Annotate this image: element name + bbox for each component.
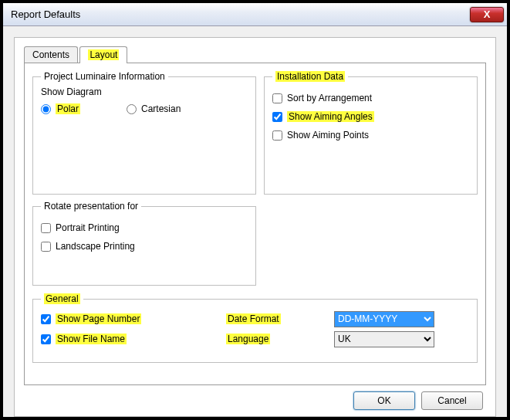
check-aiming-points-label: Show Aiming Points [287, 130, 369, 141]
check-aiming-points[interactable]: Show Aiming Points [272, 130, 469, 141]
check-page-number[interactable]: Show Page Number [41, 313, 218, 324]
fieldset-luminaire: Project Luminaire Information Show Diagr… [32, 71, 256, 195]
label-language: Language [226, 334, 270, 344]
radio-polar-label: Polar [56, 103, 80, 114]
legend-rotate: Rotate presentation for [41, 201, 141, 212]
close-button[interactable]: X [470, 7, 504, 22]
check-file-name-label: Show File Name [56, 334, 127, 344]
fieldset-installation: Installation Data Sort by Arrangement Sh… [264, 71, 478, 195]
window-title: Report Defaults [11, 8, 470, 20]
check-aiming-angles[interactable]: Show Aiming Angles [272, 111, 469, 122]
cancel-button[interactable]: Cancel [421, 391, 483, 410]
check-landscape[interactable]: Landscape Printing [41, 241, 248, 252]
check-aiming-angles-label: Show Aiming Angles [287, 111, 374, 122]
label-date-format: Date Format [226, 313, 281, 324]
check-page-number-label: Show Page Number [56, 313, 141, 324]
titlebar: Report Defaults X [3, 3, 507, 26]
check-landscape-input[interactable] [41, 242, 51, 252]
radio-cartesian-label: Cartesian [141, 103, 181, 114]
dialog-footer: OK Cancel [24, 391, 486, 410]
legend-installation: Installation Data [272, 71, 348, 82]
select-language[interactable]: UK [334, 331, 434, 347]
radio-cartesian-input[interactable] [127, 104, 137, 114]
tab-panel-layout: Project Luminaire Information Show Diagr… [24, 63, 486, 385]
fieldset-general: General Show Page Number Date Format DD-… [32, 293, 478, 363]
check-sort-arrangement-label: Sort by Arrangement [287, 93, 372, 103]
check-landscape-label: Landscape Printing [56, 241, 135, 252]
check-portrait-input[interactable] [41, 223, 51, 233]
check-page-number-input[interactable] [41, 314, 51, 324]
check-sort-arrangement[interactable]: Sort by Arrangement [272, 93, 469, 103]
tab-strip: Contents Layout [24, 46, 486, 63]
check-aiming-points-input[interactable] [272, 130, 282, 141]
ok-button[interactable]: OK [353, 391, 415, 410]
radio-polar[interactable]: Polar [41, 103, 80, 114]
legend-general: General [41, 293, 83, 304]
check-aiming-angles-input[interactable] [272, 112, 282, 122]
check-sort-arrangement-input[interactable] [272, 93, 282, 103]
tab-layout[interactable]: Layout [79, 46, 127, 63]
tab-contents[interactable]: Contents [24, 46, 78, 63]
check-portrait-label: Portrait Printing [56, 222, 120, 233]
radio-cartesian[interactable]: Cartesian [127, 103, 181, 114]
select-date-format[interactable]: DD-MM-YYYY [334, 311, 434, 327]
fieldset-rotate: Rotate presentation for Portrait Printin… [32, 201, 256, 286]
check-portrait[interactable]: Portrait Printing [41, 222, 248, 233]
radio-polar-input[interactable] [41, 104, 51, 114]
check-file-name-input[interactable] [41, 334, 51, 344]
label-show-diagram: Show Diagram [41, 86, 248, 97]
check-file-name[interactable]: Show File Name [41, 334, 218, 344]
legend-luminaire: Project Luminaire Information [41, 71, 168, 82]
